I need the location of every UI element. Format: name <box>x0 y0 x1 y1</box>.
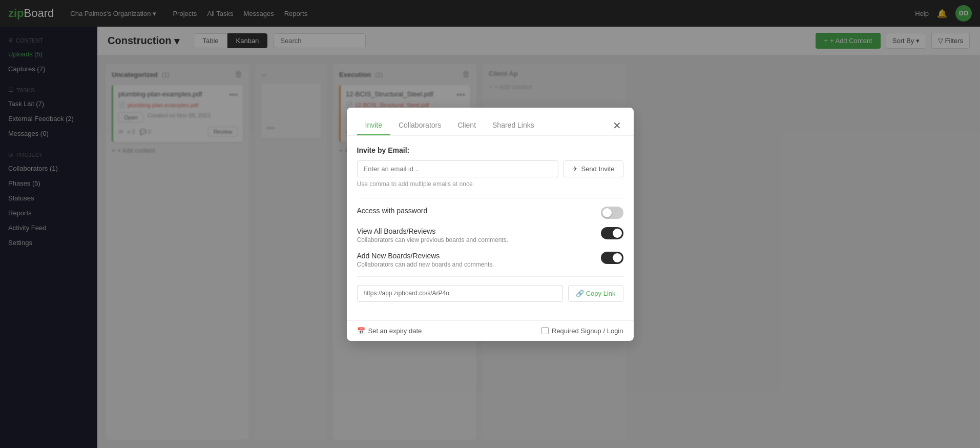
modal-tab-invite[interactable]: Invite <box>357 116 390 135</box>
add-boards-toggle[interactable] <box>601 252 623 264</box>
access-password-label: Access with password <box>357 207 593 215</box>
copy-link-button[interactable]: 🔗 Copy Link <box>568 285 623 302</box>
divider-2 <box>357 276 623 277</box>
email-row: ✈ Send Invite <box>357 160 623 177</box>
calendar-icon: 📅 <box>357 327 365 335</box>
hint-text: Use comma to add multiple emails at once <box>357 180 623 188</box>
required-login: Required Signup / Login <box>541 327 623 335</box>
share-link-input[interactable] <box>357 285 563 302</box>
toggle-slider-add-boards <box>601 252 623 264</box>
send-invite-button[interactable]: ✈ Send Invite <box>564 160 623 177</box>
modal-tab-client[interactable]: Client <box>449 116 484 135</box>
modal-footer: 📅 Set an expiry date Required Signup / L… <box>347 320 634 341</box>
modal-body: Invite by Email: ✈ Send Invite Use comma… <box>347 136 634 320</box>
invite-modal: Invite Collaborators Client Shared Links… <box>347 108 634 341</box>
add-boards-row: Add New Boards/Reviews Collaborators can… <box>357 252 623 268</box>
email-input[interactable] <box>357 160 559 177</box>
modal-tabs: Invite Collaborators Client Shared Links <box>357 116 543 135</box>
link-row: 🔗 Copy Link <box>357 285 623 302</box>
toggle-knob-password <box>602 208 612 217</box>
toggle-knob-add-boards <box>613 253 622 262</box>
add-boards-info: Add New Boards/Reviews Collaborators can… <box>357 252 593 268</box>
access-password-info: Access with password <box>357 207 593 216</box>
view-boards-info: View All Boards/Reviews Collaborators ca… <box>357 227 593 243</box>
access-password-toggle[interactable] <box>601 207 623 219</box>
add-boards-desc: Collaborators can add new boards and com… <box>357 261 593 268</box>
modal-tab-shared-links[interactable]: Shared Links <box>484 116 543 135</box>
toggle-knob-boards <box>613 229 622 238</box>
send-icon: ✈ <box>572 165 578 173</box>
set-expiry-button[interactable]: 📅 Set an expiry date <box>357 327 422 335</box>
view-boards-desc: Collaborators can view previous boards a… <box>357 236 593 243</box>
view-boards-toggle[interactable] <box>601 227 623 239</box>
modal-overlay[interactable]: Invite Collaborators Client Shared Links… <box>0 0 980 448</box>
access-password-row: Access with password <box>357 207 623 219</box>
toggle-slider-boards <box>601 227 623 239</box>
modal-tab-collaborators[interactable]: Collaborators <box>390 116 449 135</box>
invite-by-email-title: Invite by Email: <box>357 146 623 154</box>
divider-1 <box>357 198 623 198</box>
required-login-checkbox[interactable] <box>541 327 549 334</box>
view-boards-row: View All Boards/Reviews Collaborators ca… <box>357 227 623 243</box>
modal-close-button[interactable]: ✕ <box>611 119 623 132</box>
link-icon: 🔗 <box>576 290 584 297</box>
toggle-slider-password <box>601 207 623 219</box>
add-boards-label: Add New Boards/Reviews <box>357 252 593 260</box>
view-boards-label: View All Boards/Reviews <box>357 227 593 235</box>
modal-header: Invite Collaborators Client Shared Links… <box>347 108 634 136</box>
